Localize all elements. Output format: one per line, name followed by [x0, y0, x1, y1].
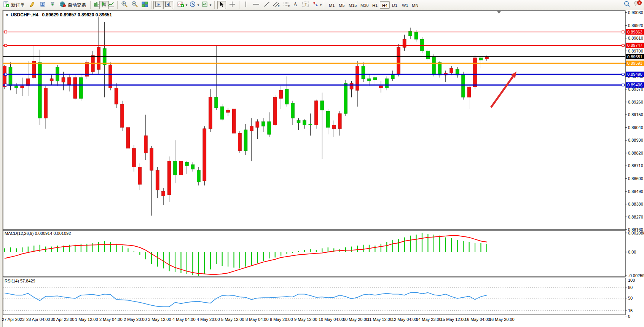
- community-button[interactable]: 1: [632, 1, 644, 9]
- templates-button[interactable]: ▼: [200, 1, 214, 9]
- candle-body: [115, 88, 118, 104]
- cursor-button[interactable]: [217, 1, 226, 9]
- candle-body: [250, 126, 253, 131]
- candle-body: [67, 78, 71, 85]
- candle-body: [314, 101, 318, 125]
- candle-body: [397, 47, 400, 74]
- price-tick-label: 0.88600: [628, 176, 643, 181]
- crosshair-icon: [229, 1, 235, 9]
- time-axis-label: 8 May 20:00: [270, 317, 293, 322]
- price-tick-label: 0.88710: [628, 163, 643, 168]
- chat-bubble-icon: 1: [633, 0, 642, 10]
- new-order-button[interactable]: 新订单: [2, 1, 26, 9]
- horizontal-line-button[interactable]: [251, 1, 261, 9]
- line-chart-icon: [108, 1, 115, 9]
- trendline-button[interactable]: [262, 1, 272, 9]
- chevron-down-icon: ▼: [319, 3, 322, 7]
- macd-tick-label: 0.002088: [628, 231, 644, 235]
- chart-shift-icon: [165, 1, 172, 9]
- candle-body: [467, 87, 471, 97]
- chart-shift-button[interactable]: [163, 1, 173, 9]
- line-handle[interactable]: [5, 84, 7, 86]
- fibonacci-button[interactable]: F: [281, 1, 292, 9]
- data-window-button[interactable]: [38, 1, 48, 9]
- candle-body: [185, 162, 188, 166]
- meta-editor-button[interactable]: [27, 1, 37, 9]
- timeframe-button-MN[interactable]: MN: [410, 1, 421, 9]
- text-button[interactable]: A: [291, 1, 300, 9]
- line-handle[interactable]: [5, 73, 7, 75]
- timeframe-button-M30[interactable]: M30: [358, 1, 371, 9]
- timeframe-button-H4[interactable]: H4: [380, 1, 390, 9]
- auto-trading-label: 自动交易: [68, 2, 86, 8]
- rsi-tick-label: 50: [628, 296, 633, 300]
- candle-body: [97, 47, 100, 69]
- arrows-tool-button[interactable]: ▼: [311, 1, 324, 9]
- line-handle[interactable]: [622, 44, 624, 46]
- zoom-in-icon: [121, 1, 128, 9]
- time-axis-label: 4 May 20:00: [197, 317, 220, 322]
- candle-body: [385, 79, 389, 88]
- timeframe-button-W1[interactable]: W1: [400, 1, 411, 9]
- candle-body: [209, 97, 212, 129]
- price-tick-label: 0.88270: [628, 215, 643, 219]
- timeframe-button-D1[interactable]: D1: [390, 1, 400, 9]
- candle-body: [320, 101, 324, 110]
- indicators-button[interactable]: ▼: [176, 1, 190, 9]
- line-chart-button[interactable]: [107, 1, 116, 9]
- time-axis-label: 1 May 12:00: [75, 317, 98, 322]
- zoom-out-button[interactable]: [130, 1, 140, 9]
- price-tick-label: 0.89040: [628, 125, 643, 130]
- line-handle[interactable]: [622, 84, 624, 86]
- line-handle[interactable]: [622, 73, 624, 75]
- line-handle[interactable]: [622, 31, 624, 33]
- candle-body: [268, 122, 271, 135]
- svg-text:T: T: [304, 2, 307, 7]
- price-tick-label: 0.89150: [628, 112, 643, 117]
- equidistant-channel-button[interactable]: E: [271, 1, 282, 9]
- line-handle[interactable]: [5, 44, 7, 46]
- chevron-down-icon: ▼: [185, 3, 188, 7]
- time-axis-label: 16 May 20:00: [489, 317, 515, 322]
- crosshair-button[interactable]: [228, 1, 237, 9]
- candle-body: [144, 136, 147, 153]
- time-axis-label: 15 May 12:00: [440, 317, 466, 322]
- rsi-indicator-label: RSI(14) 57.8429: [5, 279, 35, 283]
- time-axis-label: 14 May 23:00: [416, 317, 442, 322]
- candle-body: [38, 62, 41, 118]
- price-tick-label: 0.88380: [628, 202, 643, 206]
- chart-title: ▼USDCHF-,H40.89629 0.89657 0.89620 0.896…: [5, 12, 112, 18]
- notification-badge: 1: [639, 1, 641, 5]
- timeframe-button-H1[interactable]: H1: [370, 1, 380, 9]
- trendline-icon: [263, 1, 270, 9]
- periods-button[interactable]: ▼: [188, 1, 201, 9]
- candle-body: [150, 148, 153, 171]
- time-axis-label: 12 May 04:00: [392, 317, 417, 322]
- candle-body: [379, 86, 383, 88]
- price-line-badge-label: 0.89406: [627, 83, 642, 87]
- chevron-down-icon[interactable]: ▼: [5, 13, 9, 17]
- auto-trading-button[interactable]: 自动交易: [58, 1, 88, 9]
- timeframe-button-M1[interactable]: M1: [327, 1, 337, 9]
- tile-windows-button[interactable]: [140, 1, 150, 9]
- auto-scroll-button[interactable]: [153, 1, 163, 9]
- toolbar-separator: [174, 1, 174, 9]
- time-axis-label: 4 May 04:00: [172, 317, 196, 322]
- time-axis-label: 11 May 12:00: [367, 317, 392, 322]
- text-label-button[interactable]: T: [301, 1, 311, 9]
- signals-button[interactable]: [48, 1, 57, 9]
- chart-canvas[interactable]: 0.900300.899200.898100.897000.895900.894…: [0, 10, 644, 327]
- line-handle[interactable]: [5, 31, 7, 33]
- data-window-icon: [40, 1, 46, 9]
- search-button[interactable]: [622, 1, 632, 9]
- vertical-line-button[interactable]: [242, 1, 250, 9]
- price-line-badge-label: 0.89593: [627, 61, 642, 65]
- time-axis-label: 10 May 04:00: [319, 317, 344, 322]
- time-axis-label: 9 May 12:00: [294, 317, 317, 322]
- rsi-tick-label: 15: [628, 308, 633, 313]
- timeframe-button-M15[interactable]: M15: [346, 1, 359, 9]
- zoom-in-button[interactable]: [120, 1, 129, 9]
- timeframe-button-M5[interactable]: M5: [336, 1, 347, 9]
- toolbar-separator: [239, 1, 239, 9]
- auto-scroll-icon: [155, 1, 162, 9]
